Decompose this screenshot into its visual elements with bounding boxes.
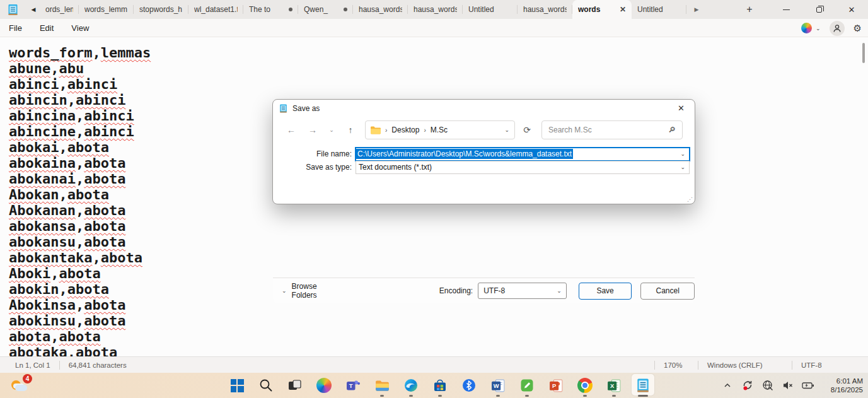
notepad-app-icon — [8, 3, 18, 16]
new-tab-button[interactable]: + — [742, 4, 757, 15]
settings-gear-icon[interactable]: ⚙ — [854, 23, 862, 34]
file-name-dropdown-icon[interactable]: ⌄ — [680, 151, 685, 157]
dialog-footer: ⌄ Browse Folders Encoding: UTF-8 ⌄ Save … — [273, 278, 695, 303]
taskbar-excel-icon[interactable]: X — [599, 373, 628, 398]
tab-words[interactable]: words✕ — [572, 0, 632, 19]
search-box[interactable]: Search M.Sc 🔎︎ — [541, 120, 683, 139]
taskbar-taskview-icon[interactable] — [281, 373, 310, 398]
tab-words-lemm[interactable]: words_lemm — [79, 0, 134, 19]
save-type-select[interactable]: Text documents (*.txt) ⌄ — [356, 161, 690, 174]
encoding-value: UTF-8 — [483, 286, 505, 295]
breadcrumb-chevron-icon: › — [385, 127, 387, 134]
tab-label: stopwords_h — [139, 5, 183, 14]
breadcrumb-desktop[interactable]: Desktop — [391, 126, 419, 134]
restore-button[interactable] — [802, 0, 835, 19]
breadcrumb-dropdown-icon[interactable]: ⌄ — [504, 127, 509, 133]
dialog-title-bar[interactable]: Save as ✕ — [273, 100, 695, 117]
taskbar-notepad-icon[interactable] — [628, 373, 657, 398]
encoding-dropdown-icon[interactable]: ⌄ — [557, 288, 562, 294]
account-button[interactable] — [830, 21, 845, 36]
tab-scroll-left-icon[interactable]: ◀ — [27, 6, 40, 13]
dialog-close-icon[interactable]: ✕ — [674, 103, 688, 113]
running-indicator — [496, 395, 500, 397]
clock[interactable]: 6:01 AM 8/16/2025 — [831, 373, 863, 398]
weather-widget[interactable]: 4 — [10, 377, 30, 394]
status-bar: Ln 1, Col 1 64,841 characters 170% Windo… — [0, 356, 868, 373]
tab-untitled[interactable]: Untitled — [632, 0, 686, 19]
line-ending[interactable]: Windows (CRLF) — [698, 361, 792, 369]
cloud-icon — [15, 385, 27, 391]
sync-alert-icon[interactable] — [741, 378, 755, 392]
taskbar-copilot-icon[interactable] — [310, 373, 339, 398]
nav-forward-icon[interactable]: → — [302, 125, 323, 135]
taskbar-start-icon[interactable] — [223, 373, 252, 398]
save-as-dialog: Save as ✕ ← → ⌄ ↑ › Desktop › M.Sc ⌄ ⟳ S… — [272, 99, 695, 204]
battery-icon[interactable] — [801, 378, 815, 392]
editor-line: abokansa,abota — [9, 218, 868, 234]
nav-back-icon[interactable]: ← — [281, 125, 302, 135]
taskbar-word-icon[interactable]: W — [483, 373, 512, 398]
taskbar-chrome-icon[interactable] — [570, 373, 599, 398]
tab-scroll-right-icon[interactable]: ▶ — [690, 6, 703, 13]
tab-qwen-[interactable]: Qwen_ — [298, 0, 353, 19]
tab-strip: ords_lemmwords_lemmstopwords_hwl_dataset… — [40, 0, 686, 19]
tab-close-icon[interactable]: ✕ — [620, 5, 626, 14]
taskbar-teams-icon[interactable]: T — [339, 373, 367, 398]
close-button[interactable]: ✕ — [835, 0, 868, 19]
browse-folders-toggle[interactable]: ⌄ Browse Folders — [282, 282, 339, 300]
menu-edit[interactable]: Edit — [31, 23, 62, 33]
store-icon — [432, 378, 448, 394]
search-icon: 🔎︎ — [668, 126, 676, 134]
tab-hausa-words[interactable]: hausa_words — [408, 0, 463, 19]
tab-ords-lemm[interactable]: ords_lemm — [40, 0, 79, 19]
taskbar-explorer-icon[interactable] — [367, 373, 396, 398]
taskbar-bluetooth-icon[interactable] — [454, 373, 483, 398]
character-count: 64,841 characters — [60, 361, 136, 369]
cancel-button[interactable]: Cancel — [640, 283, 695, 300]
menu-view[interactable]: View — [62, 23, 98, 33]
tab-hausa-words[interactable]: hausa_words — [518, 0, 572, 19]
encoding-status[interactable]: UTF-8 — [792, 361, 868, 369]
menu-file[interactable]: File — [0, 23, 31, 33]
tab-wl-dataset1-t[interactable]: wl_dataset1.t — [188, 0, 243, 19]
taskbar-notes-icon[interactable] — [512, 373, 541, 398]
taskbar-edge-icon[interactable] — [396, 373, 425, 398]
editor-scrollbar[interactable] — [862, 43, 865, 63]
edge-icon — [403, 378, 419, 394]
tab-label: hausa_words — [414, 5, 457, 14]
zoom-level[interactable]: 170% — [655, 361, 698, 369]
save-type-dropdown-icon[interactable]: ⌄ — [680, 164, 685, 170]
no-internet-globe-icon[interactable] — [761, 378, 775, 392]
tab-stopwords-h[interactable]: stopwords_h — [134, 0, 188, 19]
tab-the-to[interactable]: The to — [243, 0, 298, 19]
refresh-icon[interactable]: ⟳ — [515, 125, 539, 135]
copilot-button[interactable]: ⌄ — [801, 23, 821, 33]
tab-hausa-words[interactable]: hausa_words — [353, 0, 408, 19]
taskbar-search-icon[interactable] — [252, 373, 281, 398]
save-button[interactable]: Save — [579, 283, 632, 300]
nav-recent-chevron-icon[interactable]: ⌄ — [323, 127, 340, 133]
person-icon — [833, 24, 842, 33]
resize-grip[interactable]: ⋰ — [687, 196, 693, 202]
start-icon — [229, 378, 245, 394]
tab-label: words — [578, 5, 615, 14]
encoding-label: Encoding: — [439, 286, 473, 295]
encoding-select[interactable]: UTF-8 ⌄ — [478, 283, 567, 299]
nav-up-icon[interactable]: ↑ — [340, 125, 361, 135]
dialog-nav-bar: ← → ⌄ ↑ › Desktop › M.Sc ⌄ ⟳ Search M.Sc… — [273, 117, 695, 143]
running-indicator — [380, 395, 384, 397]
cursor-position: Ln 1, Col 1 — [0, 361, 59, 369]
taskbar-powerpoint-icon[interactable]: P — [541, 373, 570, 398]
minimize-button[interactable] — [770, 0, 802, 19]
breadcrumb-msc[interactable]: M.Sc — [431, 126, 448, 134]
editor-line: abotaka,abota — [9, 344, 868, 356]
svg-text:X: X — [610, 383, 614, 389]
tab-untitled[interactable]: Untitled — [463, 0, 518, 19]
breadcrumb[interactable]: › Desktop › M.Sc ⌄ — [365, 120, 515, 139]
teams-icon: T — [345, 378, 361, 394]
notepad-dialog-icon — [279, 103, 287, 114]
tray-chevron-up-icon[interactable] — [720, 378, 734, 392]
volume-mute-icon[interactable] — [781, 378, 795, 392]
taskbar-store-icon[interactable] — [425, 373, 454, 398]
file-name-input[interactable]: C:\Users\Administrator\Desktop\M.Sc\word… — [356, 148, 690, 161]
